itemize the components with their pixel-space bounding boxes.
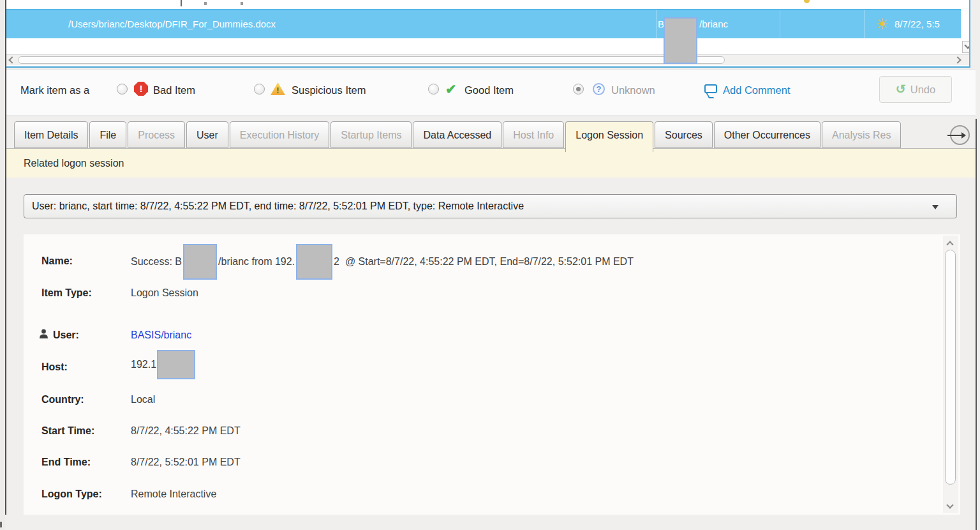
tab-host-info: Host Info: [503, 121, 564, 148]
bad-item-label[interactable]: Bad Item: [153, 84, 195, 96]
add-comment-link[interactable]: Add Comment: [723, 84, 790, 96]
logon-session-details-panel: Name: Success: B /brianc from 192. 2 @ S…: [24, 234, 960, 515]
row-remnant-icon: [804, 0, 810, 3]
undo-icon: ↺: [896, 82, 906, 96]
table-scroll-down-button[interactable]: [962, 41, 970, 53]
warning-triangle-icon: !: [271, 82, 285, 95]
end-time-label: End Time:: [41, 457, 91, 468]
name-part2: /brianc from 192.: [218, 256, 295, 268]
start-time-value: 8/7/22, 4:55:22 PM EDT: [131, 425, 241, 437]
horizontal-scrollbar[interactable]: [6, 54, 969, 65]
row-remnant: [241, 2, 243, 5]
name-label: Name:: [41, 255, 73, 267]
radio-suspicious-item[interactable]: [254, 84, 265, 95]
radio-unknown[interactable]: [573, 84, 584, 95]
host-label: Host:: [41, 361, 68, 373]
host-prefix: 192.1: [131, 359, 156, 370]
unknown-label[interactable]: Unknown: [611, 84, 655, 96]
good-item-label[interactable]: Good Item: [464, 84, 514, 96]
tab-process: Process: [128, 121, 185, 148]
sun-score-icon: ☀: [875, 13, 889, 36]
column-divider: [865, 10, 865, 38]
suspicious-item-label[interactable]: Suspicious Item: [292, 84, 366, 96]
tab-item-details[interactable]: Item Details: [14, 121, 88, 148]
bad-item-icon: !: [134, 82, 148, 96]
logon-session-dropdown[interactable]: User: brianc, start time: 8/7/22, 4:55:2…: [24, 194, 957, 218]
redaction-box: [183, 244, 217, 280]
related-session-banner: Related logon session: [6, 148, 976, 178]
logon-type-value: Remote Interactive: [131, 488, 216, 500]
chevron-down-icon: [964, 42, 970, 49]
bottom-left-mark: [0, 522, 2, 527]
row-remnant: [204, 2, 207, 5]
user-cell-suffix: /brianc: [699, 19, 728, 29]
redaction-box: [296, 244, 332, 280]
dropdown-value: User: brianc, start time: 8/7/22, 4:55:2…: [32, 201, 524, 211]
tab-analysis-results: Analysis Res: [822, 121, 901, 148]
file-path-cell: /Users/brianc/Desktop/DFIR_For_Dummies.d…: [68, 19, 276, 29]
tab-file[interactable]: File: [89, 121, 126, 148]
redaction-box: [157, 350, 195, 379]
host-value: 192.1: [131, 350, 195, 379]
comment-bubble-icon: [704, 84, 717, 93]
panel-scrollbar-thumb[interactable]: [945, 250, 956, 485]
chevron-up-icon[interactable]: [946, 241, 953, 248]
redaction-box: [664, 17, 697, 64]
chevron-down-icon: [932, 205, 939, 209]
question-circle-icon: ?: [593, 83, 605, 95]
undo-button[interactable]: ↺Undo: [879, 76, 952, 103]
item-type-value: Logon Session: [131, 287, 198, 299]
row-remnant: [181, 0, 182, 6]
column-divider: [657, 10, 657, 38]
start-time-label: Start Time:: [41, 425, 94, 437]
item-type-label: Item Type:: [41, 287, 92, 299]
horizontal-scrollbar-thumb[interactable]: [18, 56, 725, 64]
logon-type-label: Logon Type:: [41, 488, 102, 500]
user-label: User:: [53, 329, 79, 341]
name-value: Success: B /brianc from 192. 2 @ Start=8…: [131, 244, 634, 280]
scroll-right-icon[interactable]: [954, 56, 961, 63]
name-part3: 2 @ Start=8/7/22, 4:55:22 PM EDT, End=8/…: [334, 256, 634, 268]
left-edge-strip: [0, 0, 5, 530]
undo-label: Undo: [910, 84, 935, 95]
tab-sources[interactable]: Sources: [655, 121, 713, 148]
tab-other-occurrences[interactable]: Other Occurrences: [714, 121, 820, 148]
table-row-selected[interactable]: /Users/brianc/Desktop/DFIR_For_Dummies.d…: [6, 9, 961, 38]
date-cell: 8/7/22, 5:5: [895, 19, 940, 29]
country-label: Country:: [41, 394, 84, 405]
user-icon: [39, 329, 48, 339]
tab-data-accessed[interactable]: Data Accessed: [413, 121, 501, 148]
radio-good-item[interactable]: [428, 84, 439, 95]
green-check-icon: ✔: [445, 82, 457, 96]
tab-startup-items: Startup Items: [330, 121, 412, 148]
tab-user[interactable]: User: [186, 121, 228, 148]
arrow-right-icon: [947, 135, 963, 136]
mark-item-bar: Mark item as a ! Bad Item ! Suspicious I…: [6, 69, 976, 116]
chevron-down-icon[interactable]: [946, 501, 953, 508]
radio-bad-item[interactable]: [117, 84, 128, 95]
name-part1: Success: B: [131, 256, 182, 268]
file-table: /Users/brianc/Desktop/DFIR_For_Dummies.d…: [6, 0, 970, 68]
detail-tabs: Item Details File Process User Execution…: [14, 121, 902, 152]
tab-execution-history: Execution History: [230, 121, 330, 148]
end-time-value: 8/7/22, 5:52:01 PM EDT: [131, 457, 241, 468]
tab-scroll-right-button[interactable]: [950, 125, 970, 145]
country-value: Local: [131, 394, 155, 405]
right-border-line: [976, 119, 977, 530]
scroll-left-icon[interactable]: [8, 56, 15, 63]
user-value-link[interactable]: BASIS/brianc: [131, 329, 191, 341]
column-divider: [780, 10, 780, 38]
mark-bar-label: Mark item as a: [20, 84, 89, 96]
tab-logon-session[interactable]: Logon Session: [565, 121, 653, 152]
